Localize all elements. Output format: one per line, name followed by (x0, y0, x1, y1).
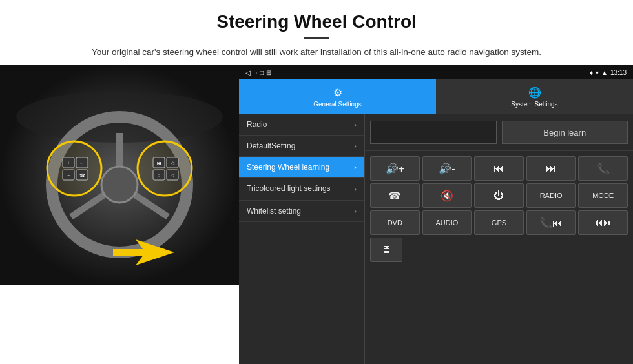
svg-text:⏮: ⏮ (157, 161, 161, 165)
android-ui: ◁ ○ □ ⊟ ♦ ▾ ▲ 13:13 ⚙ General Settings (239, 65, 633, 364)
vol-up-icon: 🔊+ (386, 163, 404, 175)
call-prev-button[interactable]: 📞⏮ (526, 210, 576, 235)
controls-row-1: 🔊+ 🔊- ⏮ ⏭ 📞 (370, 156, 628, 181)
controls-row-2: ☎ 🔇 ⏻ RADIO MOD (370, 183, 628, 208)
tab-general-settings[interactable]: ⚙ General Settings (239, 79, 436, 114)
status-bar: ◁ ○ □ ⊟ ♦ ▾ ▲ 13:13 (239, 65, 633, 79)
answer-button[interactable]: ☎ (370, 183, 420, 208)
status-icons: ♦ ▾ ▲ 13:13 (590, 69, 627, 76)
system-settings-icon: 🌐 (528, 86, 541, 99)
default-arrow-icon: › (354, 142, 357, 150)
mode-button[interactable]: MODE (578, 183, 628, 208)
recents-icon[interactable]: □ (260, 69, 264, 76)
tricoloured-arrow-icon: › (354, 185, 357, 193)
home-icon[interactable]: ○ (253, 69, 257, 76)
menu-icon[interactable]: ⊟ (266, 69, 271, 76)
steering-arrow-icon: › (354, 163, 357, 171)
power-icon: ⏻ (493, 190, 504, 201)
title-divider (304, 37, 329, 39)
call-prev-icon: 📞⏮ (539, 217, 563, 229)
radio-label: RADIO (540, 192, 563, 199)
skip-button[interactable]: ⏮⏭ (578, 210, 628, 235)
svg-point-6 (101, 167, 138, 203)
screen-button[interactable]: 🖥 (370, 238, 402, 262)
steering-wheel-svg: + ↵ − ☎ ⏮ ◇ ○ ◇ (0, 65, 239, 285)
whitelist-arrow-icon: › (354, 207, 357, 215)
nav-buttons: ◁ ○ □ ⊟ (245, 69, 271, 76)
menu-item-whitelist[interactable]: Whitelist setting › (239, 201, 364, 222)
tab-bar: ⚙ General Settings 🌐 System Settings (239, 79, 633, 114)
menu-item-radio[interactable]: Radio › (239, 114, 364, 136)
back-icon[interactable]: ◁ (245, 69, 251, 76)
vol-up-button[interactable]: 🔊+ (370, 156, 420, 181)
skip-icon: ⏮⏭ (593, 217, 614, 228)
svg-rect-26 (113, 249, 145, 256)
mode-label: MODE (592, 192, 614, 199)
tab-system-label: System Settings (511, 101, 557, 108)
radio-button[interactable]: RADIO (526, 183, 576, 208)
car-background: + ↵ − ☎ ⏮ ◇ ○ ◇ (0, 65, 239, 285)
menu-item-steering[interactable]: Steering Wheel learning › (239, 157, 364, 178)
call-icon: 📞 (597, 163, 610, 175)
location-icon: ♦ (590, 69, 593, 76)
signal-icon: ▲ (601, 69, 608, 76)
main-content: Radio › DefaultSetting › Steering Wheel … (239, 114, 633, 364)
answer-icon: ☎ (388, 190, 401, 202)
controls-row-4: 🖥 (370, 238, 628, 262)
car-image-section: + ↵ − ☎ ⏮ ◇ ○ ◇ (0, 65, 239, 285)
power-button[interactable]: ⏻ (474, 183, 524, 208)
content-area: + ↵ − ☎ ⏮ ◇ ○ ◇ (0, 65, 633, 364)
svg-text:☎: ☎ (79, 173, 85, 177)
general-settings-icon: ⚙ (333, 86, 342, 99)
vol-down-button[interactable]: 🔊- (422, 156, 472, 181)
controls-panel: Begin learn 🔊+ 🔊- (365, 114, 633, 364)
header-section: Steering Wheel Control Your original car… (0, 0, 633, 65)
mute-icon: 🔇 (441, 190, 453, 202)
svg-text:↵: ↵ (80, 161, 84, 165)
radio-arrow-icon: › (354, 121, 357, 128)
menu-item-default[interactable]: DefaultSetting › (239, 136, 364, 157)
dvd-label: DVD (388, 219, 402, 227)
prev-track-icon: ⏮ (493, 163, 504, 174)
svg-text:−: − (67, 173, 70, 177)
screen-icon: 🖥 (381, 244, 391, 256)
gps-button[interactable]: GPS (474, 210, 524, 235)
vol-down-icon: 🔊- (439, 163, 455, 175)
svg-point-7 (47, 141, 101, 196)
top-row: Begin learn (365, 114, 633, 151)
tab-system-settings[interactable]: 🌐 System Settings (436, 79, 633, 114)
tab-general-label: General Settings (313, 101, 362, 108)
time-display: 13:13 (610, 69, 627, 76)
prev-track-button[interactable]: ⏮ (474, 156, 524, 181)
gps-label: GPS (492, 219, 506, 227)
menu-list: Radio › DefaultSetting › Steering Wheel … (239, 114, 365, 364)
audio-label: AUDIO (435, 219, 458, 227)
next-track-icon: ⏭ (546, 163, 556, 174)
next-track-button[interactable]: ⏭ (526, 156, 576, 181)
dvd-button[interactable]: DVD (370, 210, 420, 235)
wifi-icon: ▾ (596, 69, 599, 76)
call-button[interactable]: 📞 (578, 156, 628, 181)
audio-button[interactable]: AUDIO (422, 210, 472, 235)
svg-text:+: + (67, 161, 70, 165)
svg-point-8 (138, 141, 192, 196)
subtitle-text: Your original car's steering wheel contr… (90, 46, 543, 59)
mute-button[interactable]: 🔇 (422, 183, 472, 208)
menu-item-tricoloured[interactable]: Tricoloured light settings › (239, 178, 364, 201)
svg-text:○: ○ (158, 173, 160, 177)
controls-row-3: DVD AUDIO GPS 📞⏮ (370, 210, 628, 235)
begin-learn-button[interactable]: Begin learn (502, 121, 628, 144)
empty-input-box (370, 121, 497, 144)
page-container: Steering Wheel Control Your original car… (0, 0, 633, 364)
page-title: Steering Wheel Control (26, 12, 607, 32)
controls-grid: 🔊+ 🔊- ⏮ ⏭ 📞 (365, 151, 633, 267)
